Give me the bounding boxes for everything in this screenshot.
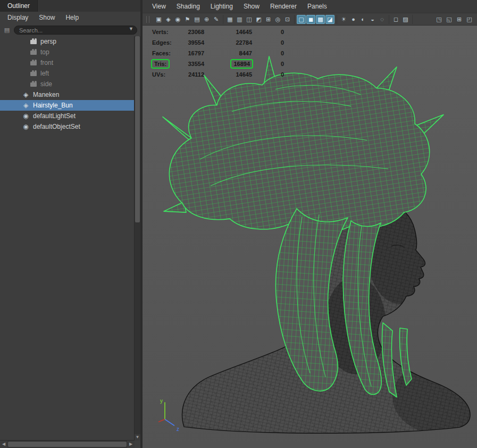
menu-help[interactable]: Help xyxy=(60,12,84,23)
item-label: persp xyxy=(40,38,56,45)
xray-icon[interactable]: ◻ xyxy=(391,15,400,24)
wireframe-display-icon[interactable]: ▢ xyxy=(297,15,306,24)
set-icon xyxy=(22,123,29,130)
hud-value: 0 xyxy=(281,60,284,68)
motion-blur-icon[interactable]: ◌ xyxy=(378,15,387,24)
item-label: Hairstyle_Bun xyxy=(33,102,73,109)
toolbar-group: ◻▨ xyxy=(389,15,413,24)
hud-row-uvs: UVs: 24112 14645 0 xyxy=(143,69,284,80)
gate-mask-icon[interactable]: ◩ xyxy=(254,15,263,24)
item-label: top xyxy=(40,48,49,56)
outliner-item-defaultobjectset[interactable]: defaultObjectSet xyxy=(0,121,135,132)
wireframe-scene[interactable] xyxy=(143,26,477,448)
hud-row-edges: Edges: 39554 22784 0 xyxy=(143,37,284,48)
poly-count-hud: Verts: 23068 14645 0 Edges: 39554 22784 … xyxy=(143,27,284,80)
outliner-vertical-scrollbar[interactable]: ▼ xyxy=(134,36,140,441)
menu-show[interactable]: Show xyxy=(34,12,60,23)
all-lights-icon[interactable]: ● xyxy=(349,15,358,24)
outliner-menubar: Display Show Help xyxy=(0,12,140,23)
grease-pencil-icon[interactable]: ✎ xyxy=(212,15,221,24)
camera-icon xyxy=(30,51,37,55)
shaded-display-icon[interactable]: ◼ xyxy=(306,15,315,24)
hud-value: 23068 xyxy=(188,28,204,36)
outliner-horizontal-scrollbar[interactable]: ◀ ▶ xyxy=(0,440,135,448)
toolbar-drag-handle[interactable] xyxy=(146,16,149,23)
outliner-item-top[interactable]: top xyxy=(0,47,135,57)
hud-value: 39554 xyxy=(188,39,204,46)
scroll-down-arrow-icon[interactable]: ▼ xyxy=(135,434,140,441)
menu-show[interactable]: Show xyxy=(238,0,265,13)
outliner-item-defaultlightset[interactable]: defaultLightSet xyxy=(0,111,135,121)
set-icon xyxy=(22,113,29,120)
axis-z-label: z xyxy=(177,426,179,432)
viewport-toolbar: ▣◈◉⚑▤⊕✎▦▥◫◩⊞◎⊡▢◼▩◪☀●◐◒◌◻▨ ◳◱⊞◰ xyxy=(143,13,477,26)
hud-value: 16797 xyxy=(188,49,204,57)
safe-action-icon[interactable]: ◎ xyxy=(273,15,282,24)
select-camera-icon[interactable]: ▣ xyxy=(154,15,163,24)
hud-value-highlighted: 16894 xyxy=(231,60,252,68)
ambient-occlusion-icon[interactable]: ◒ xyxy=(368,15,377,24)
toolbar-group: ▦▥◫◩⊞◎⊡ xyxy=(223,15,295,24)
bookmark-icon[interactable]: ⚑ xyxy=(183,15,192,24)
camera-attributes-icon[interactable]: ◉ xyxy=(173,15,182,24)
toolbar-group: ▢◼▩◪ xyxy=(295,15,337,24)
outliner-item-maneken[interactable]: Maneken xyxy=(0,89,135,100)
item-label: Maneken xyxy=(33,91,59,98)
panel-menu-icon[interactable]: ◰ xyxy=(465,15,474,24)
menu-display[interactable]: Display xyxy=(2,12,34,23)
axis-gizmo: y z xyxy=(153,396,187,434)
safe-title-icon[interactable]: ⊡ xyxy=(283,15,292,24)
camera-lock-icon[interactable]: ◈ xyxy=(164,15,173,24)
outliner-panel: Outliner Display Show Help ▤ ▼ persp top xyxy=(0,0,140,448)
hud-value: 8447 xyxy=(239,49,252,57)
menu-lighting[interactable]: Lighting xyxy=(205,0,238,13)
menu-view[interactable]: View xyxy=(147,0,171,13)
scroll-left-arrow-icon[interactable]: ◀ xyxy=(0,441,7,448)
wireframe-on-shaded-icon[interactable]: ◪ xyxy=(325,15,334,24)
filter-icon[interactable]: ▤ xyxy=(3,26,11,34)
scroll-right-arrow-icon[interactable]: ▶ xyxy=(127,441,135,448)
resolution-gate-icon[interactable]: ◫ xyxy=(245,15,254,24)
2d-pan-zoom-icon[interactable]: ⊕ xyxy=(202,15,211,24)
hud-value: 0 xyxy=(281,71,284,78)
outliner-item-left[interactable]: left xyxy=(0,68,135,79)
film-gate-icon[interactable]: ▥ xyxy=(235,15,244,24)
isolate-select-icon[interactable]: ◳ xyxy=(434,15,443,24)
hud-row-verts: Verts: 23068 14645 0 xyxy=(143,27,284,37)
viewport-panel: View Shading Lighting Show Renderer Pane… xyxy=(143,0,477,448)
camera-icon xyxy=(30,61,37,65)
item-label: defaultLightSet xyxy=(33,112,76,120)
image-plane-icon[interactable]: ▤ xyxy=(193,15,202,24)
panel-layout-single-icon[interactable]: ◱ xyxy=(445,15,454,24)
axis-y-label: y xyxy=(160,398,163,404)
item-label: front xyxy=(40,59,53,67)
menu-panels[interactable]: Panels xyxy=(302,0,332,13)
search-options-arrow-icon[interactable]: ▼ xyxy=(129,26,133,31)
viewport-canvas[interactable]: Verts: 23068 14645 0 Edges: 39554 22784 … xyxy=(143,26,477,448)
default-lighting-icon[interactable]: ☀ xyxy=(339,15,348,24)
hud-value: 22784 xyxy=(236,39,252,46)
textured-display-icon[interactable]: ▩ xyxy=(316,15,325,24)
panel-layout-four-icon[interactable]: ⊞ xyxy=(455,15,464,24)
outliner-item-front[interactable]: front xyxy=(0,57,135,68)
xray-joints-icon[interactable]: ▨ xyxy=(401,15,410,24)
outliner-item-side[interactable]: side xyxy=(0,79,135,89)
grid-icon[interactable]: ▦ xyxy=(225,15,235,24)
hud-label: Faces: xyxy=(152,49,171,57)
vertical-scroll-thumb[interactable] xyxy=(135,36,140,222)
toolbar-group: ▣◈◉⚑▤⊕✎ xyxy=(152,15,223,24)
horizontal-scroll-thumb[interactable] xyxy=(8,442,127,447)
shadows-icon[interactable]: ◐ xyxy=(358,15,367,24)
field-chart-icon[interactable]: ⊞ xyxy=(264,15,273,24)
item-label: defaultObjectSet xyxy=(33,123,80,130)
menu-renderer[interactable]: Renderer xyxy=(265,0,302,13)
search-input[interactable] xyxy=(14,26,137,35)
hud-label: UVs: xyxy=(152,71,165,78)
outliner-item-persp[interactable]: persp xyxy=(0,36,135,47)
maya-window: Outliner Display Show Help ▤ ▼ persp top xyxy=(0,0,477,448)
outliner-item-hairstyle-bun[interactable]: Hairstyle_Bun xyxy=(0,100,135,111)
menu-shading[interactable]: Shading xyxy=(171,0,205,13)
outliner-tab[interactable]: Outliner xyxy=(0,0,38,12)
camera-icon xyxy=(30,72,37,76)
hud-value: 0 xyxy=(281,49,284,57)
